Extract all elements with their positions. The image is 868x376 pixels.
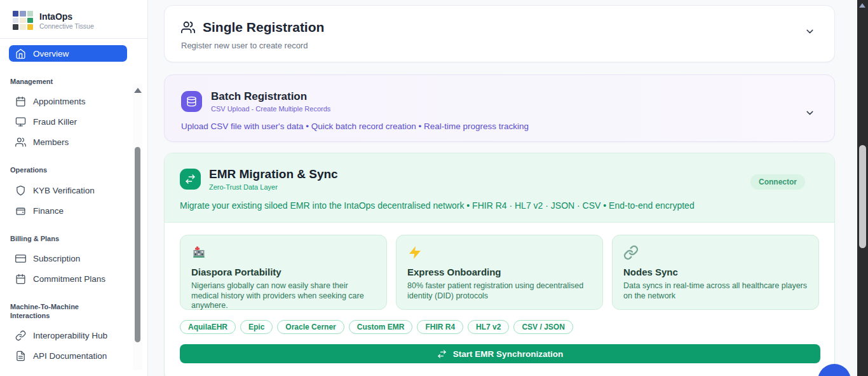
feature-card-nodes: Nodes Sync Data syncs in real-time acros… xyxy=(612,235,819,310)
file-text-icon xyxy=(15,351,26,361)
feature-card-express: Express Onboarding 80% faster patient re… xyxy=(396,235,603,310)
start-emr-sync-button[interactable]: Start EMR Synchronization xyxy=(180,344,820,363)
batch-registration-subtitle: CSV Upload - Create Multiple Records xyxy=(211,105,330,113)
lightning-icon xyxy=(407,245,423,260)
brand: IntaOps Connective Tissue xyxy=(0,0,147,38)
scroll-up-arrow-icon[interactable] xyxy=(859,3,865,8)
emr-body: Diaspora Portability Nigerians globally … xyxy=(165,223,834,363)
intaops-logo-icon xyxy=(13,11,33,30)
link-icon xyxy=(15,330,26,341)
sidebar-item-fraud-killer[interactable]: Fraud Killer xyxy=(9,114,128,130)
batch-registration-title: Batch Registration xyxy=(211,90,330,103)
single-registration-title: Single Registration xyxy=(203,20,324,35)
batch-registration-card[interactable]: Batch Registration CSV Upload - Create M… xyxy=(164,74,835,142)
section-label-management: Management xyxy=(10,77,105,86)
shield-icon xyxy=(15,185,26,196)
sidebar-item-label: Appointments xyxy=(33,97,86,106)
sidebar-item-label: Overview xyxy=(33,49,69,59)
chevron-down-icon[interactable] xyxy=(804,26,815,37)
tag-hl7-v2: HL7 v2 xyxy=(468,320,509,334)
wallet-icon xyxy=(15,205,26,216)
batch-registration-description: Upload CSV file with user's data • Quick… xyxy=(181,122,818,131)
emr-header: EMR Migration & Sync Zero-Trust Data Lay… xyxy=(165,153,834,223)
sidebar-item-label: Commitment Plans xyxy=(33,274,105,284)
feature-description: Data syncs in real-time across all healt… xyxy=(623,281,808,301)
calendar-icon xyxy=(15,274,26,284)
calendar-icon xyxy=(15,96,26,107)
section-label-m2m: Machine-To-Machine Interactions xyxy=(10,302,105,321)
feature-title: Diaspora Portability xyxy=(191,267,376,277)
sidebar-nav: Overview Management Appointments Fraud K… xyxy=(0,38,147,370)
sidebar-item-label: KYB Verification xyxy=(33,186,95,195)
tag-csv-json: CSV / JSON xyxy=(513,320,573,334)
emr-description: Migrate your existing siloed EMR into th… xyxy=(180,200,818,211)
sync-arrows-icon xyxy=(437,349,447,359)
main-content: Single Registration Register new user to… xyxy=(149,0,857,376)
users-icon xyxy=(181,20,195,34)
feature-title: Express Onboarding xyxy=(407,267,592,277)
sidebar-item-api-documentation[interactable]: API Documentation xyxy=(9,348,128,364)
sidebar-item-label: Members xyxy=(33,137,69,147)
sidebar-item-appointments[interactable]: Appointments xyxy=(9,94,128,109)
emr-subtitle: Zero-Trust Data Layer xyxy=(209,183,338,191)
database-icon xyxy=(186,96,197,107)
sidebar-scrollbar[interactable] xyxy=(133,84,142,370)
sync-arrows-icon-tile xyxy=(180,169,201,190)
sidebar-item-label: Subscription xyxy=(33,254,80,263)
brand-name: IntaOps xyxy=(39,11,94,22)
start-emr-sync-label: Start EMR Synchronization xyxy=(453,349,563,359)
feature-title: Nodes Sync xyxy=(623,267,808,277)
emr-title: EMR Migration & Sync xyxy=(209,167,338,181)
emr-migration-card: EMR Migration & Sync Zero-Trust Data Lay… xyxy=(164,153,835,376)
tag-oracle-cerner: Oracle Cerner xyxy=(277,320,344,334)
home-icon xyxy=(15,48,26,59)
connector-badge: Connector xyxy=(750,174,805,190)
sync-arrows-icon xyxy=(185,174,196,185)
feature-card-diaspora: Diaspora Portability Nigerians globally … xyxy=(180,235,387,310)
tag-custom-emr: Custom EMR xyxy=(349,320,413,334)
sidebar-item-finance[interactable]: Finance xyxy=(9,203,128,219)
section-label-billing-plans: Billing & Plans xyxy=(10,234,105,243)
sidebar-item-commitment-plans[interactable]: Commitment Plans xyxy=(9,271,128,287)
sidebar-item-overview[interactable]: Overview xyxy=(9,45,127,62)
single-registration-card[interactable]: Single Registration Register new user to… xyxy=(164,5,835,62)
sidebar-item-label: Finance xyxy=(33,206,64,216)
sidebar-item-interoperability-hub[interactable]: Interoperability Hub xyxy=(9,328,128,344)
monitor-icon xyxy=(15,116,26,127)
page-scrollbar-thumb[interactable] xyxy=(859,145,866,248)
sidebar: IntaOps Connective Tissue Overview Manag… xyxy=(0,0,148,376)
tag-aquilaehr: AquilaEHR xyxy=(180,320,236,334)
brand-tagline: Connective Tissue xyxy=(39,22,94,30)
sidebar-item-members[interactable]: Members xyxy=(9,134,128,150)
section-label-operations: Operations xyxy=(10,165,105,174)
scroll-up-arrow-icon[interactable] xyxy=(134,88,142,93)
sidebar-item-label: Fraud Killer xyxy=(33,117,77,127)
sidebar-item-subscription[interactable]: Subscription xyxy=(9,251,128,267)
sidebar-item-label: API Documentation xyxy=(33,351,107,361)
hospital-icon xyxy=(191,245,207,260)
users-icon xyxy=(15,137,26,148)
credit-card-icon xyxy=(15,253,26,264)
page-scrollbar[interactable] xyxy=(857,0,868,376)
single-registration-subtitle: Register new user to create record xyxy=(181,41,818,50)
sidebar-item-label: Interoperability Hub xyxy=(33,331,107,340)
chain-link-icon xyxy=(623,245,639,260)
sidebar-scrollbar-thumb[interactable] xyxy=(135,147,140,342)
sidebar-item-kyb-verification[interactable]: KYB Verification xyxy=(9,183,128,198)
tag-fhir-r4: FHIR R4 xyxy=(417,320,463,334)
database-icon-tile xyxy=(181,91,202,112)
tag-epic: Epic xyxy=(240,320,273,334)
feature-description: 80% faster patient registration using de… xyxy=(407,281,592,301)
feature-description: Nigerians globally can now easily share … xyxy=(191,281,376,311)
chevron-down-icon[interactable] xyxy=(804,108,815,118)
emr-tags: AquilaEHR Epic Oracle Cerner Custom EMR … xyxy=(180,320,819,334)
